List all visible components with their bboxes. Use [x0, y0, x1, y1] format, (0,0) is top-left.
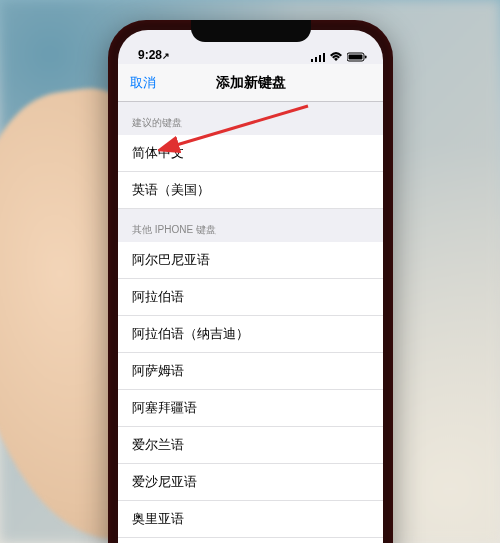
keyboard-row[interactable]: 阿萨姆语 [118, 353, 383, 390]
nav-bar: 取消 添加新键盘 [118, 64, 383, 102]
section-header-other: 其他 IPHONE 键盘 [118, 209, 383, 242]
keyboard-row[interactable]: 阿塞拜疆语 [118, 390, 383, 427]
keyboard-row[interactable]: 阿拉伯语 [118, 279, 383, 316]
iphone-device: 9:28↗ 取消 添加新键盘 建议的键盘 简体中文 英语（美国） [108, 20, 393, 543]
keyboard-row[interactable]: 阿尔巴尼亚语 [118, 242, 383, 279]
section-header-suggested: 建议的键盘 [118, 102, 383, 135]
keyboard-row[interactable]: 阿拉伯语（纳吉迪） [118, 316, 383, 353]
other-keyboards-section: 其他 IPHONE 键盘 阿尔巴尼亚语 阿拉伯语 阿拉伯语（纳吉迪） 阿萨姆语 … [118, 209, 383, 543]
svg-rect-5 [349, 55, 363, 60]
suggested-keyboards-section: 建议的键盘 简体中文 英语（美国） [118, 102, 383, 209]
screen: 9:28↗ 取消 添加新键盘 建议的键盘 简体中文 英语（美国） [118, 30, 383, 543]
keyboard-row[interactable]: 白俄罗斯语 [118, 538, 383, 543]
notch [191, 20, 311, 42]
status-time: 9:28↗ [138, 48, 170, 62]
svg-rect-0 [311, 59, 313, 62]
keyboard-row[interactable]: 奥里亚语 [118, 501, 383, 538]
keyboard-row[interactable]: 爱尔兰语 [118, 427, 383, 464]
page-title: 添加新键盘 [216, 74, 286, 92]
keyboard-row-simplified-chinese[interactable]: 简体中文 [118, 135, 383, 172]
signal-icon [311, 52, 325, 62]
svg-rect-3 [323, 53, 325, 62]
keyboard-row[interactable]: 爱沙尼亚语 [118, 464, 383, 501]
keyboard-row-english-us[interactable]: 英语（美国） [118, 172, 383, 209]
svg-rect-1 [315, 57, 317, 62]
battery-icon [347, 52, 367, 62]
cancel-button[interactable]: 取消 [130, 74, 156, 92]
svg-rect-6 [365, 56, 367, 59]
wifi-icon [329, 52, 343, 62]
svg-rect-2 [319, 55, 321, 62]
